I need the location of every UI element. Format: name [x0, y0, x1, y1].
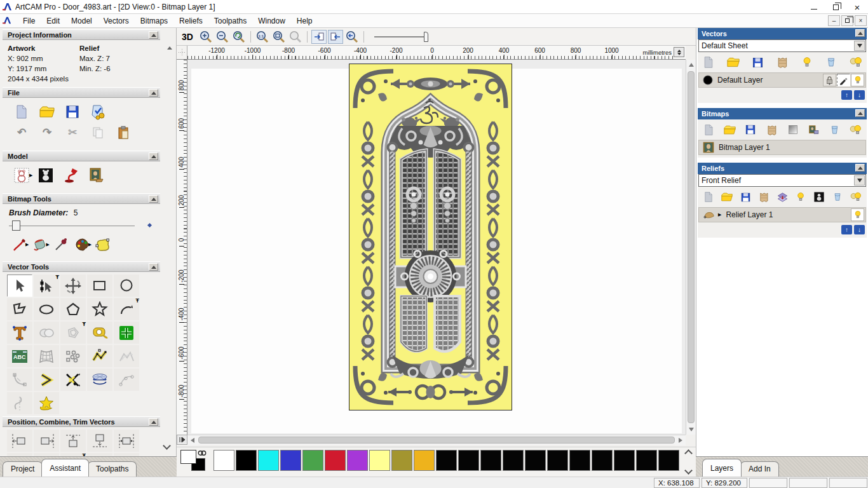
create-ellipse-tool[interactable] — [34, 298, 59, 320]
horizontal-scrollbar[interactable] — [187, 435, 686, 445]
vector-sheet-select[interactable]: Default Sheet — [698, 39, 866, 52]
colour-swatch-3[interactable] — [280, 450, 301, 471]
collapse-button[interactable] — [149, 89, 158, 97]
zoom-1to1-icon[interactable]: 1:1 — [255, 30, 270, 44]
ruler-origin-button[interactable] — [177, 46, 187, 60]
save-model-icon[interactable] — [60, 101, 85, 122]
move-relief-down-button[interactable]: ↓ — [854, 225, 865, 234]
lock-layer-button[interactable] — [823, 74, 836, 86]
relief-select[interactable]: Front Relief — [698, 174, 866, 187]
tab-layers[interactable]: Layers — [702, 459, 742, 477]
create-star-tool[interactable] — [87, 298, 112, 320]
edit-palette-icon[interactable] — [72, 234, 93, 255]
relief-layer-row[interactable]: ▶ Relief Layer 1 — [698, 207, 866, 222]
dropdown-arrow-icon[interactable] — [854, 41, 865, 51]
vectors-header[interactable]: Vectors — [698, 28, 867, 39]
collapse-button[interactable] — [855, 29, 865, 37]
mdi-minimize-button[interactable]: – — [828, 15, 840, 26]
save-relief-layer-icon[interactable] — [737, 189, 754, 205]
horizontal-scroll-thumb[interactable] — [198, 437, 675, 444]
bitmap-preview-icon[interactable] — [806, 122, 822, 137]
mdi-close-button[interactable]: × — [855, 15, 867, 26]
move-relief-up-button[interactable]: ↑ — [841, 225, 852, 234]
cut-icon[interactable]: ✂ — [60, 122, 85, 143]
vertical-scrollbar[interactable] — [686, 60, 696, 435]
colour-swatch-11[interactable] — [458, 450, 479, 471]
layer-visibility-button[interactable] — [851, 74, 864, 86]
menu-help[interactable]: Help — [291, 15, 318, 27]
collapse-button[interactable] — [149, 195, 158, 203]
relief-stack-icon[interactable] — [774, 189, 790, 205]
colour-swatch-7[interactable] — [369, 450, 390, 471]
ruler-unit-dropdown[interactable] — [674, 47, 684, 57]
vertical-scroll-thumb[interactable] — [688, 71, 695, 423]
restore-button[interactable] — [825, 0, 846, 14]
section-profile-tool[interactable] — [7, 392, 32, 414]
panel-scroll-up-button[interactable] — [167, 36, 172, 47]
expand-arrow-icon[interactable]: ▶ — [718, 212, 721, 217]
vector-layer-row[interactable]: Default Layer — [698, 72, 866, 88]
block-copy-tool[interactable] — [60, 345, 86, 367]
align-top-tool[interactable] — [60, 430, 86, 452]
nesting-paths-tool[interactable] — [87, 345, 112, 367]
edit-layer-button[interactable] — [837, 74, 850, 86]
new-model-icon[interactable] — [9, 101, 34, 122]
open-bitmap-layer-icon[interactable] — [721, 122, 738, 137]
bitmap-model-icon[interactable] — [33, 165, 58, 186]
menu-file[interactable]: File — [17, 15, 41, 27]
spin-mirror-tool[interactable] — [87, 369, 112, 391]
collapse-button[interactable] — [855, 164, 865, 172]
section-header-model[interactable]: Model — [3, 151, 160, 161]
center-horizontal-tool[interactable] — [114, 430, 139, 452]
create-circle-tool[interactable] — [114, 274, 139, 297]
greyscale-from-relief-icon[interactable] — [811, 189, 827, 205]
colour-swatch-15[interactable] — [547, 450, 568, 471]
open-relief-layer-icon[interactable] — [719, 189, 735, 205]
open-model-icon[interactable] — [34, 101, 60, 122]
palette-scroll-up-button[interactable] — [686, 451, 691, 456]
render-lamp-icon[interactable] — [58, 165, 84, 186]
section-header-file[interactable]: File — [3, 87, 160, 98]
panel-scroll-down-button[interactable] — [164, 443, 170, 449]
move-layer-down-button[interactable]: ↓ — [854, 90, 865, 100]
colour-picker-icon[interactable] — [50, 234, 72, 255]
tab-toolpaths[interactable]: Toolpaths — [88, 461, 137, 477]
weld-vectors-tool[interactable] — [34, 322, 59, 344]
colour-swatch-18[interactable] — [614, 450, 635, 471]
tab-project[interactable]: Project — [3, 461, 43, 477]
colour-swatch-19[interactable] — [636, 450, 657, 471]
close-button[interactable]: × — [846, 0, 868, 14]
colour-swatch-14[interactable] — [525, 450, 546, 471]
collapse-button[interactable] — [149, 418, 158, 426]
create-polygon-tool[interactable] — [60, 298, 86, 320]
toggle-3d-view-button[interactable]: 3D — [182, 32, 193, 42]
paint-tool-icon[interactable] — [9, 234, 31, 255]
menu-vectors[interactable]: Vectors — [98, 15, 135, 27]
primary-secondary-colour-chip[interactable] — [180, 450, 210, 474]
colour-swatch-16[interactable] — [569, 450, 590, 471]
select-vectors-tool[interactable] — [7, 274, 32, 297]
delete-layer-icon[interactable] — [823, 55, 839, 70]
section-header-project-information[interactable]: Project Information — [3, 29, 160, 40]
collapse-button[interactable] — [149, 263, 158, 271]
minimize-button[interactable] — [803, 0, 825, 14]
layer-colour-swatch[interactable] — [703, 75, 713, 85]
link-colours-icon[interactable] — [198, 450, 207, 456]
zoom-out-icon[interactable] — [215, 30, 230, 44]
scroll-right-button[interactable] — [675, 435, 686, 445]
copy-icon[interactable] — [85, 122, 111, 143]
align-left-tool[interactable] — [7, 430, 32, 452]
colour-swatch-13[interactable] — [503, 450, 524, 471]
colour-swatch-1[interactable] — [236, 450, 257, 471]
colour-swatch-0[interactable] — [214, 450, 234, 471]
flood-fill-icon[interactable] — [29, 234, 51, 255]
distort-vectors-tool[interactable] — [34, 345, 59, 367]
scroll-left-button[interactable] — [187, 435, 198, 445]
create-text-tool[interactable] — [7, 322, 32, 344]
bitmap-layer-row[interactable]: Bitmap Layer 1 — [698, 140, 866, 155]
greyscale-preview-icon[interactable] — [785, 122, 801, 137]
toggle-visibility-icon[interactable] — [799, 55, 815, 70]
zoom-to-fit-icon[interactable] — [271, 30, 287, 44]
pan-view-icon[interactable] — [344, 30, 360, 44]
fit-curve-tool[interactable] — [114, 345, 139, 367]
